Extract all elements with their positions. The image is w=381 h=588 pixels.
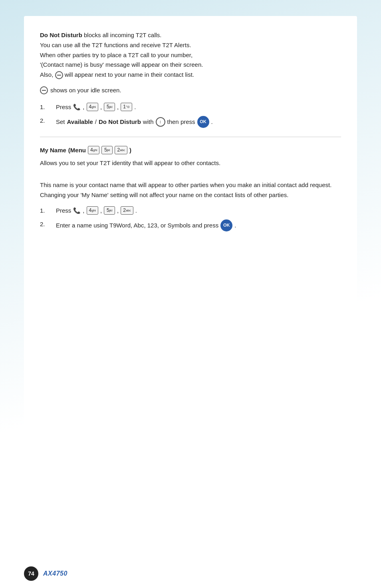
myname-menu-close: ) bbox=[129, 147, 131, 153]
section-divider bbox=[40, 137, 341, 137]
intro-line4: '(Contact name) is busy' message will ap… bbox=[40, 61, 203, 68]
key-2abc-menu: 2abc bbox=[115, 146, 127, 154]
step2-then-press: then press bbox=[167, 117, 195, 127]
myname-step-1: 1. Press 📞, 4ghi, 5jkl, 2abc. bbox=[40, 206, 341, 215]
key-5jkl-2: 5jkl bbox=[104, 206, 115, 215]
key-5jkl-menu: 5jkl bbox=[101, 146, 113, 154]
key-4ghi-2: 4ghi bbox=[87, 206, 98, 215]
page-footer: 74 AX4750 bbox=[0, 561, 381, 588]
myname-steps-list: 1. Press 📞, 4ghi, 5jkl, 2abc. 2. Enter a… bbox=[40, 206, 341, 231]
step2-content: Set Available / Do Not Disturb with ↕ th… bbox=[56, 116, 213, 128]
myname-menu-open: (Menu bbox=[68, 147, 86, 153]
dnd-icon-inline bbox=[55, 71, 63, 79]
intro-line1: blocks all incoming T2T calls. bbox=[82, 32, 162, 38]
key-2abc-2: 2abc bbox=[121, 206, 133, 215]
myname-title: My Name bbox=[40, 147, 66, 153]
step1-press: Press bbox=[56, 102, 71, 112]
step2-available: Available bbox=[67, 117, 93, 127]
phone-icon-2: 📞 bbox=[73, 206, 81, 215]
dnd-icon-idle bbox=[40, 86, 48, 94]
ok-button-step2: OK bbox=[197, 116, 209, 128]
nav-icon-step2: ↕ bbox=[156, 117, 165, 127]
step2-slash: / bbox=[95, 117, 97, 127]
myname-step2-num: 2. bbox=[40, 219, 50, 231]
ok-button-myname: OK bbox=[220, 219, 232, 231]
step2-set: Set bbox=[56, 117, 65, 127]
myname-step2-content: Enter a name using T9Word, Abc, 123, or … bbox=[56, 219, 236, 231]
myname-step-2: 2. Enter a name using T9Word, Abc, 123, … bbox=[40, 219, 341, 231]
key-4ghi-1: 4ghi bbox=[87, 103, 98, 111]
intro-para1: Do Not Disturb blocks all incoming T2T c… bbox=[40, 30, 341, 80]
dnd-step-2: 2. Set Available / Do Not Disturb with ↕… bbox=[40, 116, 341, 128]
model-name: AX4750 bbox=[43, 570, 67, 577]
key-1star-1: 1°⊙ bbox=[121, 103, 132, 111]
myname-step1-content: Press 📞, 4ghi, 5jkl, 2abc. bbox=[56, 206, 137, 215]
page-content: Do Not Disturb blocks all incoming T2T c… bbox=[24, 16, 357, 553]
step2-dnd: Do Not Disturb bbox=[99, 117, 141, 127]
myname-section: My Name (Menu 4ghi 5jkl 2abc ) Allows yo… bbox=[40, 146, 341, 231]
intro-line3: When other parties try to place a T2T ca… bbox=[40, 52, 192, 58]
intro-section: Do Not Disturb blocks all incoming T2T c… bbox=[40, 30, 341, 95]
step1-content: Press 📞, 4ghi, 5jkl, 1°⊙. bbox=[56, 102, 136, 112]
step1-num: 1. bbox=[40, 102, 50, 112]
phone-icon-1: 📞 bbox=[73, 102, 81, 112]
key-4ghi-menu: 4ghi bbox=[88, 146, 99, 154]
myname-heading: My Name (Menu 4ghi 5jkl 2abc ) bbox=[40, 146, 341, 154]
myname-step1-num: 1. bbox=[40, 206, 50, 215]
page-number: 74 bbox=[24, 566, 38, 581]
intro-line5-post: will appear next to your name in their c… bbox=[65, 71, 194, 78]
intro-line5-pre: Also, bbox=[40, 71, 53, 78]
key-5jkl-1: 5jkl bbox=[104, 103, 115, 111]
step2-with: with bbox=[143, 117, 154, 127]
dnd-steps-list: 1. Press 📞, 4ghi, 5jkl, 1°⊙. 2. Set Avai… bbox=[40, 102, 341, 128]
myname-press: Press bbox=[56, 206, 71, 215]
myname-para2: This name is your contact name that will… bbox=[40, 180, 341, 200]
step2-num: 2. bbox=[40, 116, 50, 128]
myname-para1: Allows you to set your T2T identity that… bbox=[40, 158, 341, 168]
intro-shows: shows on your idle screen. bbox=[50, 86, 121, 95]
intro-line6: shows on your idle screen. bbox=[40, 86, 341, 95]
dnd-step-1: 1. Press 📞, 4ghi, 5jkl, 1°⊙. bbox=[40, 102, 341, 112]
do-not-disturb-bold: Do Not Disturb bbox=[40, 32, 82, 38]
myname-enter: Enter a name using T9Word, Abc, 123, or … bbox=[56, 221, 218, 230]
intro-line2: You can use all the T2T functions and re… bbox=[40, 42, 191, 48]
